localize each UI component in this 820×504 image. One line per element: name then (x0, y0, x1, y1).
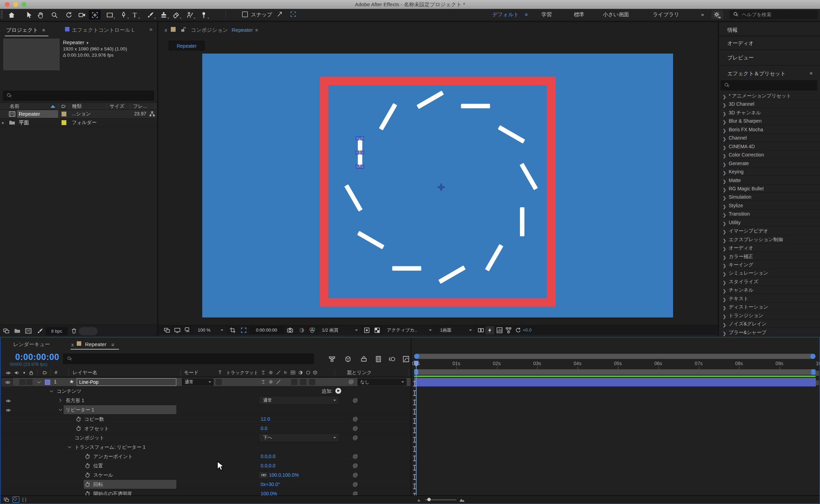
snapshot-icon[interactable] (286, 326, 295, 334)
frame-blend-icon[interactable] (375, 355, 382, 363)
layer-solo-toggle[interactable] (26, 379, 32, 385)
comp-tab-close-icon[interactable]: x (165, 27, 167, 33)
audio-column-icon[interactable] (14, 370, 19, 375)
stopwatch-icon[interactable] (85, 463, 90, 468)
comp-button[interactable] (816, 380, 819, 385)
effects-category[interactable]: ❯シミュレーション (719, 269, 820, 277)
reset-exposure-icon[interactable] (514, 326, 523, 334)
timeline-search-field[interactable] (63, 353, 314, 364)
property-dropdown[interactable]: 下へ (260, 434, 338, 441)
tab-project[interactable]: プロジェクト (6, 27, 38, 34)
property-row-1[interactable]: コンテンツ追加: (1, 387, 411, 396)
comp-mini-flowchart-icon[interactable] (328, 355, 336, 363)
panel-preview[interactable]: プレビュー (727, 55, 754, 61)
expand-layers-icon[interactable] (3, 497, 9, 503)
property-value[interactable]: 0.0,0.0 (261, 454, 276, 459)
shy-column-icon[interactable] (261, 370, 266, 375)
property-label[interactable]: リピーター 1 (66, 407, 94, 413)
property-label[interactable]: 位置 (93, 463, 103, 469)
composition-3d-icon[interactable] (344, 355, 352, 363)
eye-column-icon[interactable] (6, 370, 11, 375)
property-label[interactable]: コピー数 (84, 416, 104, 422)
property-row-6[interactable]: コンポジット下へ@ (1, 433, 411, 443)
motion-blur-icon[interactable] (389, 355, 396, 363)
brackets-icon[interactable]: { } (22, 497, 26, 502)
lock-column-icon[interactable] (28, 370, 34, 375)
effects-category[interactable]: ❯テキスト (719, 294, 820, 303)
effects-category[interactable]: ❯Matte (719, 176, 820, 184)
stamp-tool[interactable] (158, 10, 169, 20)
work-area-end-handle[interactable] (811, 369, 816, 375)
effects-category[interactable]: ❯Channel (719, 134, 820, 142)
view-layout-dropdown[interactable]: 1画面 (437, 326, 474, 334)
comp-tab-label[interactable]: コンポジション (191, 27, 228, 34)
bit-depth-button[interactable]: 8 bpc (46, 327, 68, 335)
interpret-footage-icon[interactable] (3, 327, 10, 334)
work-area-bar[interactable] (414, 369, 816, 375)
effects-category[interactable]: ❯Transition (719, 210, 820, 218)
property-value[interactable]: 0x+30.0° (261, 482, 280, 487)
show-snapshot-icon[interactable] (297, 326, 306, 334)
property-value[interactable]: 12.0 (261, 416, 270, 422)
trash-icon[interactable] (71, 327, 77, 334)
unlock-icon[interactable] (180, 26, 187, 34)
property-label[interactable]: アンカーポイント (93, 454, 133, 460)
effects-category[interactable]: ❯Stylize (719, 201, 820, 210)
property-row-8[interactable]: アンカーポイント0.0,0.0@ (1, 452, 411, 461)
effects-category[interactable]: ❯Generate (719, 159, 820, 168)
property-row-3[interactable]: リピーター 1 (1, 405, 411, 415)
comp-panel-menu-icon[interactable]: ≡ (255, 27, 258, 33)
project-item-label-swatch[interactable] (62, 112, 66, 116)
effects-category[interactable]: ❯3D Channel (719, 100, 820, 108)
property-row-7[interactable]: トランスフォーム: リピーター 1 (1, 443, 411, 452)
region-of-interest-icon[interactable] (239, 326, 248, 334)
project-search-field[interactable] (3, 91, 154, 101)
workspace-settings-button[interactable] (711, 10, 723, 19)
pen-tool[interactable] (118, 10, 129, 20)
comp-time-field[interactable]: 0:00:00:00 (249, 326, 284, 334)
property-pickwhip-icon[interactable]: @ (353, 416, 358, 422)
property-row-10[interactable]: スケール100.0,100.0%@ (1, 470, 411, 480)
property-value[interactable]: 0.0,0.0 (261, 463, 276, 468)
checkerboard-icon[interactable] (373, 326, 382, 334)
column-track-matte[interactable]: トラックマット (226, 370, 258, 376)
add-shape-button[interactable] (335, 388, 341, 394)
composition-viewport[interactable] (202, 54, 673, 317)
property-label[interactable]: コンテンツ (57, 388, 82, 394)
effects-category[interactable]: ❯Boris FX Mocha (719, 125, 820, 134)
pan-behind-tool[interactable] (89, 10, 101, 20)
property-pickwhip-icon[interactable]: @ (353, 453, 358, 459)
workspace-menu-icon[interactable]: ≡ (525, 11, 528, 17)
timeline-tab-close-icon[interactable]: x (71, 342, 74, 348)
mask-visibility-icon[interactable] (183, 326, 192, 334)
property-row-5[interactable]: オフセット0.0@ (1, 424, 411, 433)
camera-view-dropdown[interactable]: アクティブカ.. (384, 326, 434, 334)
comp-marker-bin-icon[interactable] (816, 371, 819, 376)
property-label[interactable]: 回転 (93, 482, 103, 488)
type-tool[interactable]: T (129, 10, 140, 20)
column-mode[interactable]: モード (184, 370, 199, 376)
zoom-out-mountain-icon[interactable] (417, 497, 422, 502)
layer-twirl-icon[interactable] (37, 380, 41, 385)
crop-region-icon[interactable] (228, 326, 237, 334)
effects-category[interactable]: ❯Simulation (719, 193, 820, 201)
workspace-overflow-icon[interactable]: » (701, 11, 704, 17)
property-row-9[interactable]: 位置0.0,0.0@ (1, 461, 411, 470)
fx-column-icon[interactable]: fx (283, 370, 288, 375)
time-navigator-bar[interactable] (414, 354, 816, 359)
column-layer-name[interactable]: レイヤー名 (73, 370, 97, 376)
column-type[interactable]: 種類 (72, 103, 82, 110)
flowchart-button-icon[interactable] (504, 326, 513, 334)
mode-column-icon[interactable] (298, 370, 303, 375)
effects-category[interactable]: ❯キーイング (719, 260, 820, 269)
effects-category[interactable]: ❯オーディオ (719, 244, 820, 252)
workspace-tab-1[interactable]: デフォルト (492, 11, 519, 18)
video-preview-icon[interactable] (162, 326, 171, 334)
property-eye-icon[interactable] (6, 407, 11, 413)
snap-region-icon[interactable] (290, 11, 297, 18)
hand-tool[interactable] (35, 10, 46, 20)
solo-column-icon[interactable] (21, 370, 27, 375)
project-panel-menu-icon[interactable]: ≡ (42, 27, 45, 33)
twirl-right-icon[interactable] (58, 398, 63, 403)
label-column-icon[interactable] (61, 104, 66, 109)
